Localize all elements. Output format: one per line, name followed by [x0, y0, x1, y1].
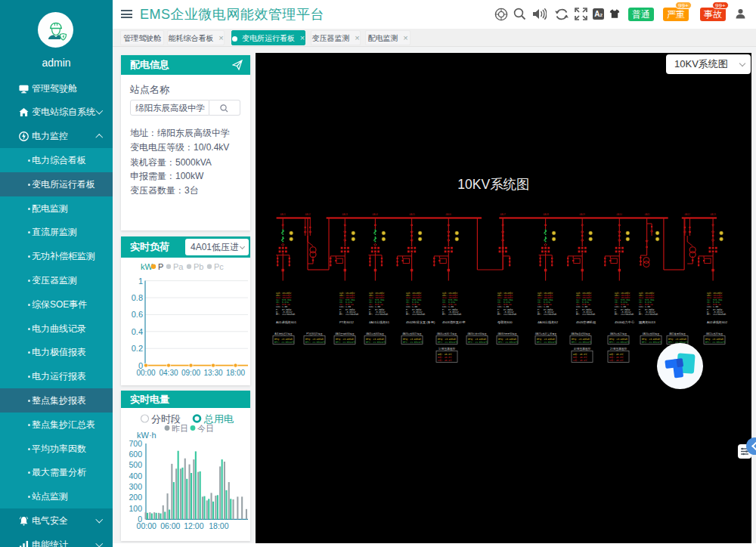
svg-text:2127564kWh: 2127564kWh: [375, 313, 389, 316]
svg-text:EPt: 21.5kvarh: EPt: 21.5kvarh: [705, 341, 725, 344]
svg-text:EP:: EP:: [615, 314, 618, 316]
svg-text:0.8: 0.8: [132, 293, 143, 302]
svg-text:4A01空调机60电量: 4A01空调机60电量: [335, 332, 354, 335]
svg-text:2127564kWh: 2127564kWh: [544, 313, 557, 316]
svg-text:0.4: 0.4: [132, 327, 143, 336]
svg-text:4503消防泵4#变: 4503消防泵4#变: [442, 320, 466, 324]
svg-text:4502给排水泵 (备用): 4502给排水泵 (备用): [406, 320, 435, 324]
svg-text:4A13: 4A13: [710, 213, 716, 216]
svg-text:4A03出线602#电量: 4A03出线602#电量: [402, 332, 422, 335]
svg-text:2127564kWh: 2127564kWh: [713, 313, 727, 316]
svg-text:4506动力中心: 4506动力中心: [615, 320, 635, 324]
svg-text:4A11备用60电量: 4A11备用60电量: [669, 332, 686, 335]
svg-text:400: 400: [129, 471, 142, 481]
svg-text:2127564kWh: 2127564kWh: [645, 313, 658, 316]
svg-text:04:30: 04:30: [159, 369, 178, 377]
svg-text:4A09出线2#电量: 4A09出线2#电量: [610, 332, 627, 335]
svg-text:600: 600: [129, 450, 142, 459]
svg-text:4A05: 4A05: [409, 213, 415, 216]
svg-text:昨日: 昨日: [172, 424, 188, 433]
svg-text:2127564kWh: 2127564kWh: [503, 313, 517, 316]
svg-text:2127564kWh: 2127564kWh: [621, 313, 634, 316]
svg-text:09:00: 09:00: [181, 369, 200, 377]
svg-text:4A04出线60 #1电量: 4A04出线60 #1电量: [437, 332, 457, 335]
svg-text:4A02出线601电量: 4A02出线601电量: [366, 332, 384, 335]
svg-text:0.6: 0.6: [132, 310, 143, 319]
svg-text:Pc: Pc: [214, 262, 224, 271]
svg-text:C相: 45.9℃: C相: 45.9℃: [573, 359, 587, 362]
svg-text:0.2: 0.2: [132, 344, 143, 353]
svg-text:2127564kWh: 2127564kWh: [582, 313, 596, 316]
svg-text:10KV系统图: 10KV系统图: [457, 177, 529, 192]
svg-text:4A09: 4A09: [579, 213, 585, 216]
svg-text:4A08: 4A08: [543, 213, 549, 216]
svg-text:12:00: 12:00: [184, 521, 203, 530]
svg-text:PT柜(60)2#电量: PT柜(60)2#电量: [306, 332, 323, 335]
svg-text:1: 1: [138, 277, 143, 286]
svg-text:EP:: EP:: [442, 314, 446, 316]
svg-text:总用电: 总用电: [203, 413, 234, 425]
svg-text:1#变压器温控: 1#变压器温控: [438, 347, 455, 351]
svg-text:今日: 今日: [197, 424, 214, 433]
svg-text:2127564kWh: 2127564kWh: [345, 313, 359, 316]
svg-text:PT柜6012: PT柜6012: [339, 320, 355, 324]
svg-text:4505空调机组: 4505空调机组: [576, 320, 596, 324]
svg-text:4A12出线3#电量: 4A12出线3#电量: [706, 332, 723, 335]
svg-text:06:00: 06:00: [160, 521, 180, 530]
svg-text:EPt: 21.5kvarh: EPt: 21.5kvarh: [336, 341, 355, 344]
svg-text:Pa: Pa: [173, 262, 184, 271]
svg-text:2127564kWh: 2127564kWh: [412, 313, 426, 316]
svg-text:EPt: 21.5kvarh: EPt: 21.5kvarh: [403, 341, 423, 344]
svg-text:4A03: 4A03: [342, 213, 348, 216]
svg-text:EPt: 21.5kvarh: EPt: 21.5kvarh: [468, 341, 488, 344]
svg-text:2127564kWh: 2127564kWh: [448, 313, 462, 316]
svg-text:EPt: 21.5kvarh: EPt: 21.5kvarh: [305, 341, 325, 344]
svg-text:EPt: 21.5kvarh: EPt: 21.5kvarh: [537, 341, 556, 344]
svg-text:EP:: EP:: [576, 314, 580, 316]
svg-text:EP:: EP:: [707, 314, 711, 316]
svg-text:700: 700: [129, 439, 142, 448]
svg-text:4A06: 4A06: [445, 213, 451, 216]
svg-text:Pb: Pb: [194, 262, 203, 271]
svg-text:C相: 45.9℃: C相: 45.9℃: [609, 359, 624, 362]
svg-text:母联柜600: 母联柜600: [497, 320, 513, 324]
svg-text:A02进线柜602: A02进线柜602: [707, 320, 728, 324]
svg-text:4A05给排水60电量: 4A05给排水60电量: [467, 332, 486, 335]
svg-text:4A10出线60电量: 4A10出线60电量: [643, 332, 659, 335]
svg-text:A01进线柜601: A01进线柜601: [276, 320, 297, 324]
svg-text:4A12: 4A12: [684, 213, 690, 216]
svg-text:100: 100: [129, 504, 142, 513]
svg-text:EP:: EP:: [276, 314, 280, 316]
svg-text:4#变压器温控: 4#变压器温控: [574, 347, 590, 351]
svg-text:EP:: EP:: [497, 314, 501, 316]
svg-text:EPt: 21.5kvarh: EPt: 21.5kvarh: [498, 341, 518, 344]
svg-text:4A06消防泵60电量: 4A06消防泵60电量: [497, 332, 516, 335]
svg-text:00:00: 00:00: [136, 369, 155, 377]
svg-text:4A02: 4A02: [305, 213, 311, 216]
svg-text:EP:: EP:: [639, 314, 643, 316]
svg-text:18:00: 18:00: [226, 369, 245, 377]
svg-text:4A06出线柜62: 4A06出线柜62: [538, 320, 559, 324]
svg-text:EP:: EP:: [406, 314, 410, 316]
svg-text:EP:: EP:: [339, 314, 343, 316]
svg-text:4A10: 4A10: [616, 213, 622, 216]
svg-text:隔离柜6013: 隔离柜6013: [639, 320, 656, 325]
svg-text:4A01: 4A01: [280, 213, 286, 216]
svg-text:EPt: 21.5kvarh: EPt: 21.5kvarh: [609, 341, 629, 344]
svg-text:00:00: 00:00: [137, 521, 156, 530]
svg-text:4A11: 4A11: [644, 213, 649, 216]
svg-text:EPt: 21.5kvarh: EPt: 21.5kvarh: [572, 341, 591, 344]
svg-text:分时段: 分时段: [151, 413, 181, 425]
svg-text:4A08电容柜60电量: 4A08电容柜60电量: [571, 332, 590, 335]
svg-text:EPt: 21.5kvarh: EPt: 21.5kvarh: [274, 341, 294, 344]
svg-text:C相: 45.9℃: C相: 45.9℃: [438, 359, 452, 362]
svg-text:4A01出线柜61: 4A01出线柜61: [369, 320, 390, 324]
svg-text:13:30: 13:30: [203, 369, 222, 377]
svg-text:2#变压器温控: 2#变压器温控: [610, 347, 627, 351]
svg-text:P: P: [158, 262, 163, 271]
svg-text:EPt: 21.5kvarh: EPt: 21.5kvarh: [438, 341, 457, 344]
svg-text:2127564kWh: 2127564kWh: [282, 313, 296, 316]
svg-text:EP:: EP:: [538, 314, 541, 316]
svg-text:200: 200: [129, 493, 142, 502]
svg-text:4A07: 4A07: [500, 213, 506, 216]
